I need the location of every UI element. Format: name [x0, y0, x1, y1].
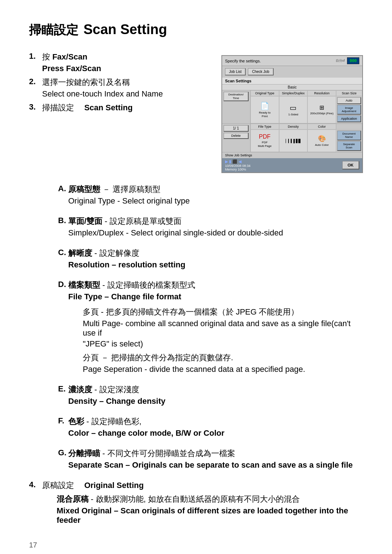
scanner-job-list-btn[interactable]: Job List — [225, 68, 246, 75]
scanner-show-settings-label: Show Job Settings — [225, 153, 252, 157]
scanner-row1: Destination/Time Original Type Simplex/D… — [222, 90, 362, 123]
scanner-page-label: 自分of — [336, 58, 345, 63]
sub-g-letter: G. — [58, 448, 68, 471]
step-3-zh: 掃描設定 — [42, 103, 74, 112]
scanner-top-bar: Specify the settings. 自分of 000 — [222, 56, 362, 66]
scanner-cell-density[interactable]: ▏▎▍▌▋▊ — [279, 130, 308, 152]
scanner-col-simplex: Simplex/Duplex — [279, 90, 308, 96]
scanner-cell-original-type[interactable]: 📄 Ready toPrint — [250, 96, 279, 123]
sub-a-en: Original Type - Select original type — [68, 196, 363, 206]
step-4: 4. 原稿設定 Original Setting 混合原稿 - 啟動探測功能, … — [29, 480, 363, 526]
scanner-bottom-memory: Memory 100% — [225, 168, 250, 171]
step-1-en: Press Fax/Scan — [42, 64, 207, 73]
step-2-zh: 選擇一按鍵的索引及名稱 — [42, 77, 207, 88]
scanner-ok-btn[interactable]: OK — [342, 161, 360, 169]
sub-step-b: B. 單面/雙面 - 設定原稿是單或雙面 Simplex/Duplex - Se… — [58, 216, 363, 239]
sub-f-en: Color – change color mode, B/W or Color — [68, 428, 363, 438]
sub-b-zh: 單面/雙面 - 設定原稿是單或雙面 — [68, 216, 363, 227]
scanner-col-color: Color — [307, 124, 336, 130]
sub-f-zh: 色彩 - 設定掃瞄色彩, — [68, 416, 363, 427]
scanner-destination-btn[interactable]: Destination/Time — [224, 92, 249, 101]
scanner-application-btn[interactable]: Application — [337, 115, 361, 122]
step-2-en: Select one-touch Index and Name — [42, 89, 207, 99]
step-3-header: 掃描設定 Scan Setting — [42, 102, 207, 113]
step-1-zh: 按 Fax/Scan — [42, 52, 207, 62]
scanner-bottom-bar: ▶ ▮ ⬛ ◀ 10/09/2008 08:34 Memory 100% OK — [222, 158, 362, 172]
scanner-extra-row: Show Job Settings — [222, 152, 362, 158]
step-4-header: 原稿設定 Original Setting — [42, 480, 363, 491]
sub-d-separate-zh: 分頁 － 把掃描的文件分為指定的頁數儲存. — [83, 352, 363, 363]
step-4-en-label: Original Setting — [84, 481, 144, 490]
scanner-counter: 000 — [347, 57, 359, 64]
scanner-col-file-type: File Type — [250, 124, 279, 130]
scanner-col-scan-size: Scan Size — [336, 90, 362, 96]
scanner-row2: 1/ 1 Delete File Type Density Color PDF … — [222, 123, 362, 152]
title-zh: 掃瞄設定 — [29, 22, 78, 38]
sub-steps-container: A. 原稿型態 － 選擇原稿類型 Original Type - Select … — [51, 184, 363, 471]
scanner-bottom-date: 10/09/2008 08:34 — [225, 164, 250, 168]
scanner-simplex-icon: ▭ — [290, 103, 297, 112]
sub-e-letter: E. — [58, 384, 68, 407]
scanner-job-buttons: Job List Check Job — [222, 66, 362, 78]
step-1: 1. 按 Fax/Scan Press Fax/Scan — [29, 52, 207, 75]
sub-e-zh: 濃淡度 - 設定深淺度 — [68, 384, 363, 395]
sub-d-letter: D. — [58, 280, 68, 376]
step-2-num: 2. — [29, 77, 42, 100]
sub-c-en: Resolution – resolution setting — [68, 260, 363, 270]
step-1-fax-zh: Fax/Scan — [52, 52, 87, 61]
sub-d-zh: 檔案類型 - 設定掃瞄後的檔案類型式 — [68, 280, 363, 291]
scanner-image-adjust-btn[interactable]: Image Adjustment — [337, 105, 361, 115]
page-number: 17 — [29, 541, 363, 549]
scanner-left-panel: Destination/Time — [222, 90, 250, 123]
scanner-cells-row2: PDF PDFMulti Page ▏▎▍▌▋▊ 🎨 Auto Color Do… — [250, 130, 362, 152]
scanner-page-indicator: 1/ 1 — [224, 125, 249, 132]
sub-e-en: Density – Change density — [68, 397, 363, 406]
sub-step-f: F. 色彩 - 設定掃瞄色彩, Color – change color mod… — [58, 416, 363, 439]
sub-step-a: A. 原稿型態 － 選擇原稿類型 Original Type - Select … — [58, 184, 363, 207]
scanner-col-headers: Original Type Simplex/Duplex Resolution … — [250, 90, 362, 96]
scanner-cells-row1: 📄 Ready toPrint ▭ 1-Sided ⊞ 200x200dpi (… — [250, 96, 362, 123]
scanner-density-bar: ▏▎▍▌▋▊ — [286, 139, 301, 143]
sub-step-e: E. 濃淡度 - 設定深淺度 Density – Change density — [58, 384, 363, 407]
scanner-basic-label: Basic — [222, 85, 362, 90]
step-3: 3. 掃描設定 Scan Setting — [29, 102, 207, 115]
title-en: Scan Setting — [83, 22, 167, 37]
sub-c-zh: 解晰度 - 設定解像度 — [68, 248, 363, 259]
step-1-num: 1. — [29, 52, 42, 75]
scanner-nav-icons: ▶ ▮ ⬛ ◀ — [225, 159, 241, 164]
step-3-en: Scan Setting — [84, 103, 132, 112]
scanner-cell-file-type[interactable]: PDF PDFMulti Page — [250, 130, 279, 152]
scanner-resolution-icon: ⊞ — [319, 104, 324, 111]
sub-d-multipage-en: Multi Page- combine all scanned original… — [83, 319, 363, 338]
scanner-section-title: Scan Settings — [222, 78, 362, 85]
scanner-document-name-btn[interactable]: Document Name — [337, 131, 361, 140]
sub-d-multipage-en2: "JPEG" is select) — [83, 339, 363, 349]
scanner-separate-scan-btn[interactable]: Separate Scan — [337, 141, 361, 151]
sub-d-separate-en: Page Seperation - divide the scanned dat… — [83, 365, 363, 374]
sub-g-en: Separate Scan – Originals can be separat… — [68, 460, 363, 470]
scanner-original-icon: 📄 — [260, 102, 269, 110]
step-4-zh-label: 原稿設定 — [42, 481, 74, 490]
sub-b-letter: B. — [58, 216, 68, 239]
scanner-scan-size-btn[interactable]: Auto — [337, 97, 361, 104]
scanner-specify-text: Specify the settings. — [225, 59, 261, 63]
scanner-check-job-btn[interactable]: Check Job — [248, 68, 273, 75]
sub-f-letter: F. — [58, 416, 68, 439]
sub-a-zh: 原稿型態 － 選擇原稿類型 — [68, 184, 363, 195]
sub-d-multipage-zh: 多頁 - 把多頁的掃瞄文件存為一個檔案（於 JPEG 不能使用） — [83, 307, 363, 317]
scanner-col-headers-row2: File Type Density Color — [250, 124, 362, 130]
scanner-ui: Specify the settings. 自分of 000 Job List … — [221, 55, 363, 173]
sub-g-zh: 分離掃瞄 - 不同文件可分開掃瞄並合成為一檔案 — [68, 448, 363, 459]
instructions-panel: 1. 按 Fax/Scan Press Fax/Scan 2. 選擇一按鍵的索引… — [29, 52, 207, 173]
scanner-cell-simplex[interactable]: ▭ 1-Sided — [279, 96, 308, 123]
scanner-col-resolution: Resolution — [307, 90, 336, 96]
sub-d-en: File Type – Change file format — [68, 292, 363, 301]
sub-b-en: Simplex/Duplex - Select original single-… — [68, 228, 363, 238]
scanner-delete-btn[interactable]: Delete — [224, 133, 249, 139]
scanner-color-icon: 🎨 — [318, 135, 326, 143]
step-4-mixed-en: Mixed Original – Scan originals of diffe… — [57, 506, 363, 525]
step-4-mixed-zh: 混合原稿 - 啟動探測功能, 如放在自動送紙器的原稿有不同大小的混合 — [57, 494, 363, 505]
scanner-cell-resolution[interactable]: ⊞ 200x200dpi (Fine) — [307, 96, 336, 123]
step-3-num: 3. — [29, 102, 42, 115]
scanner-cell-color[interactable]: 🎨 Auto Color — [307, 130, 336, 152]
